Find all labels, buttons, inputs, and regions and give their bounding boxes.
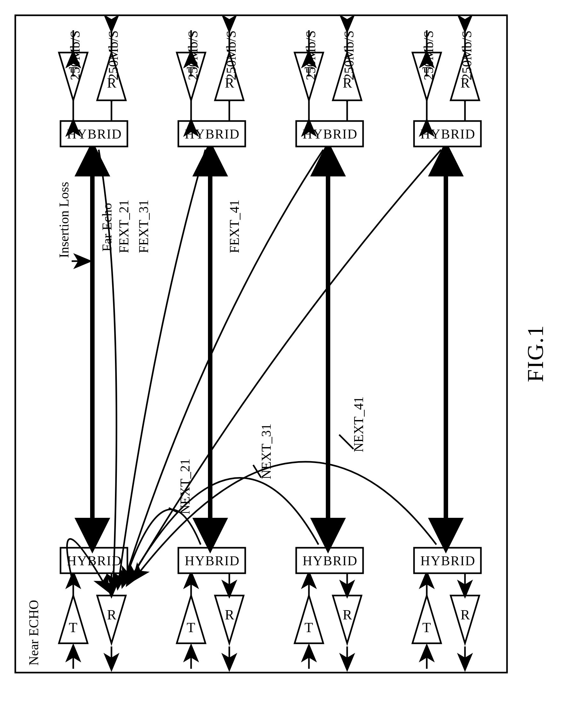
- svg-text:R: R: [460, 607, 470, 623]
- svg-text:HYBRID: HYBRID: [185, 553, 240, 568]
- svg-text:HYBRID: HYBRID: [303, 127, 358, 141]
- svg-text:T: T: [422, 620, 431, 635]
- svg-text:250Mb/S: 250Mb/S: [422, 31, 436, 80]
- rate-label: 250Mb/S: [68, 31, 82, 80]
- svg-text:250Mb/S: 250Mb/S: [460, 31, 474, 80]
- block-diagram: Near ECHO T R HYBRID HYBRID T 250Mb/S R …: [13, 13, 510, 694]
- svg-text:T: T: [187, 620, 195, 635]
- svg-text:250Mb/S: 250Mb/S: [224, 31, 238, 80]
- svg-text:HYBRID: HYBRID: [421, 127, 476, 141]
- far-echo-label: Far Echo: [100, 203, 114, 252]
- figure-caption: FIG.1: [522, 325, 549, 382]
- svg-text:250Mb/S: 250Mb/S: [186, 31, 200, 80]
- svg-text:250Mb/S: 250Mb/S: [304, 31, 318, 80]
- insertion-loss-label: Insertion Loss: [57, 182, 71, 258]
- svg-text:R: R: [343, 607, 352, 623]
- rate-label: 250Mb/S: [106, 31, 121, 80]
- fext41-label: FEXT_41: [227, 200, 242, 253]
- next41-label: NEXT_41: [351, 396, 366, 452]
- fext31-label: FEXT_31: [136, 200, 151, 253]
- hybrid-label: HYBRID: [67, 127, 122, 141]
- svg-text:250Mb/S: 250Mb/S: [342, 31, 356, 80]
- r-label: R: [107, 607, 117, 623]
- svg-text:HYBRID: HYBRID: [303, 553, 358, 568]
- svg-text:T: T: [304, 620, 313, 635]
- svg-text:R: R: [225, 607, 234, 623]
- fext21-label: FEXT_21: [117, 200, 131, 253]
- t-label: T: [69, 620, 77, 635]
- near-echo-label: Near ECHO: [26, 600, 41, 666]
- svg-text:HYBRID: HYBRID: [185, 127, 240, 141]
- svg-text:HYBRID: HYBRID: [421, 553, 476, 568]
